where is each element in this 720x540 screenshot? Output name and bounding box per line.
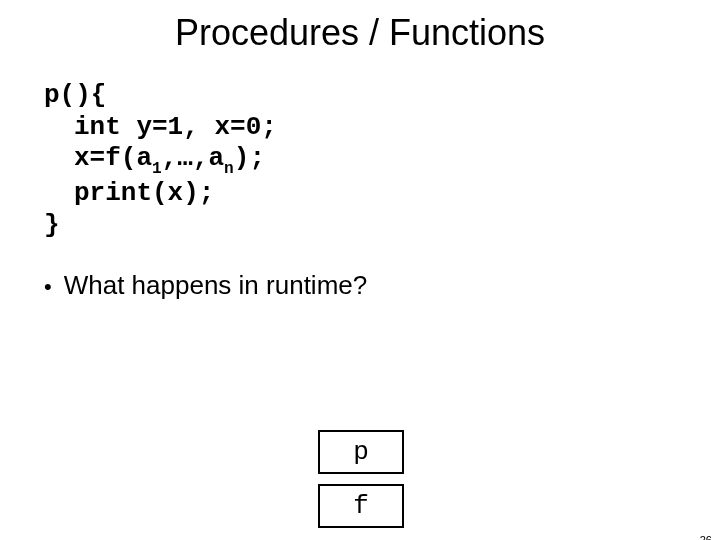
code-line-3: print(x); [44, 178, 720, 210]
code-l2-post: ); [234, 143, 265, 173]
code-l2-sub1: 1 [152, 160, 162, 178]
slide-title: Procedures / Functions [0, 12, 720, 54]
bullet-row: • What happens in runtime? [44, 270, 720, 301]
call-stack: p f [318, 430, 404, 528]
stack-frame-f: f [318, 484, 404, 528]
code-line-1: int y=1, x=0; [44, 112, 720, 144]
code-l2-pre: x=f(a [74, 143, 152, 173]
bullet-dot-icon: • [44, 276, 52, 298]
code-line-4: } [44, 210, 720, 242]
bullet-text: What happens in runtime? [64, 270, 368, 301]
code-line-0: p(){ [44, 80, 720, 112]
stack-frame-p: p [318, 430, 404, 474]
code-block: p(){ int y=1, x=0; x=f(a1,…,an); print(x… [44, 80, 720, 242]
slide: Procedures / Functions p(){ int y=1, x=0… [0, 12, 720, 540]
code-line-2: x=f(a1,…,an); [44, 143, 720, 178]
page-number: 26 [700, 534, 712, 540]
code-l2-mid: ,…,a [162, 143, 224, 173]
code-l2-sub2: n [224, 160, 234, 178]
